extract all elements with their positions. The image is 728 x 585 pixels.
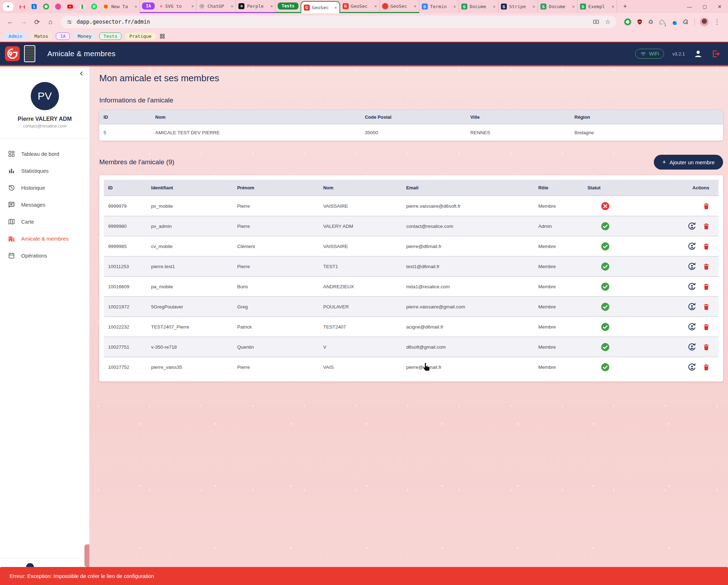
impersonate-button[interactable] xyxy=(688,242,696,250)
url-text[interactable]: dapp.geosector.fr/admin xyxy=(77,19,588,25)
impersonate-button[interactable] xyxy=(688,343,696,351)
pinned-tab-nature[interactable] xyxy=(40,0,52,13)
tab-close-icon[interactable]: ✕ xyxy=(533,4,535,9)
browser-tab-active[interactable]: GGeoSec✕ xyxy=(301,1,340,13)
close-window-button[interactable]: ✕ xyxy=(717,4,722,10)
browser-menu-icon[interactable]: ⋮ xyxy=(714,19,720,25)
address-bar[interactable]: dapp.geosector.fr/admin ☆ xyxy=(61,16,616,28)
browser-tab[interactable]: SStripe✕ xyxy=(498,0,538,13)
trash-button[interactable] xyxy=(703,223,710,230)
tab-group-label[interactable]: IA xyxy=(142,2,155,10)
trash-button[interactable] xyxy=(703,364,710,371)
reload-button[interactable]: ⟳ xyxy=(31,16,43,28)
trash-button[interactable] xyxy=(703,263,710,270)
home-extension-icon[interactable]: 1 xyxy=(659,19,665,25)
trash-button[interactable] xyxy=(703,243,710,250)
tab-close-icon[interactable]: ✕ xyxy=(454,4,456,9)
tab-close-icon[interactable]: ✕ xyxy=(612,4,614,9)
sidebar-item-history[interactable]: Historique xyxy=(0,179,89,196)
trash-button[interactable] xyxy=(703,323,710,331)
tab-close-icon[interactable]: ✕ xyxy=(271,4,273,8)
trash-button[interactable] xyxy=(703,343,710,351)
forward-button[interactable]: → xyxy=(18,16,30,28)
bookmark-pratique[interactable]: Pratique xyxy=(125,32,156,40)
sidebar-item-dashboard[interactable]: Tableau de bord xyxy=(0,145,89,162)
bookmark-money[interactable]: Money xyxy=(73,32,96,40)
sidebar-item-stats[interactable]: Statistiques xyxy=(0,162,89,179)
tab-close-icon[interactable]: ✕ xyxy=(191,4,194,8)
tab-close-icon[interactable]: ✕ xyxy=(335,5,337,10)
bookmark-matos[interactable]: Matos xyxy=(30,32,52,40)
browser-tab[interactable]: ChatGP✕ xyxy=(196,0,236,13)
tab-close-icon[interactable]: ✕ xyxy=(374,4,377,8)
logout-icon[interactable] xyxy=(711,49,720,58)
member-role: Membre xyxy=(534,297,583,317)
member-prenom: Clément xyxy=(233,236,319,256)
sidebar-collapse-button[interactable] xyxy=(79,71,84,76)
site-settings-icon[interactable] xyxy=(66,19,72,25)
maximize-button[interactable]: ▢ xyxy=(703,4,707,9)
trash-button[interactable] xyxy=(703,303,710,311)
home-button[interactable]: ⌂ xyxy=(45,16,57,28)
sidebar-item-messages[interactable]: Messages xyxy=(0,196,89,213)
picker-extension-icon[interactable] xyxy=(670,19,677,25)
impersonate-button[interactable] xyxy=(688,363,696,371)
new-tab-button[interactable]: + xyxy=(620,1,631,12)
adblock-extension-icon[interactable] xyxy=(624,18,631,25)
bookmark-ia[interactable]: IA xyxy=(56,32,70,40)
impersonate-button[interactable] xyxy=(688,222,696,230)
tab-group-label[interactable]: Tests xyxy=(278,2,298,10)
recycle-extension-icon[interactable]: ♻ xyxy=(648,19,653,25)
add-member-button[interactable]: + Ajouter un membre xyxy=(654,155,723,170)
member-prenom: Pierre xyxy=(233,196,319,216)
trash-button[interactable] xyxy=(703,202,710,210)
tab-close-icon[interactable]: ✕ xyxy=(572,4,575,9)
trash-button[interactable] xyxy=(703,283,710,290)
bookmark-star-icon[interactable]: ☆ xyxy=(605,19,611,25)
browser-profile-avatar[interactable] xyxy=(700,18,709,26)
screenshot-thumbnail[interactable] xyxy=(24,45,35,62)
tab-search-button[interactable]: ▾ xyxy=(3,2,13,11)
impersonate-button[interactable] xyxy=(688,262,696,271)
minimize-button[interactable]: — xyxy=(687,4,692,10)
browser-tab[interactable]: GGeoSec✕ xyxy=(340,0,380,13)
user-name: Pierre VALERY ADM xyxy=(0,116,89,122)
tab-close-icon[interactable]: ✕ xyxy=(414,4,416,8)
shield-extension-icon[interactable] xyxy=(637,19,643,25)
browser-tab[interactable]: STermin✕ xyxy=(419,0,459,13)
tab-close-icon[interactable]: ✕ xyxy=(493,4,496,9)
impersonate-button[interactable] xyxy=(688,302,696,311)
tab-close-icon[interactable]: ✕ xyxy=(231,4,233,8)
browser-tab[interactable]: SExempl✕ xyxy=(578,0,617,13)
bookmark-tests[interactable]: Tests xyxy=(99,32,122,40)
user-account-icon[interactable] xyxy=(693,49,703,59)
impersonate-button[interactable] xyxy=(688,323,696,331)
browser-tab[interactable]: New Ta✕ xyxy=(100,0,140,13)
pinned-tab-calendar[interactable]: 1 xyxy=(28,0,40,13)
pinned-tab-gmail[interactable] xyxy=(16,0,28,13)
pinned-tab-maps[interactable] xyxy=(76,0,88,13)
tab-close-icon[interactable]: ✕ xyxy=(135,4,137,9)
sidebar-item-label: Statistiques xyxy=(21,168,49,174)
pinned-tab-whatsapp[interactable]: ✆ xyxy=(88,0,100,13)
extensions-puzzle-icon[interactable] xyxy=(682,19,689,25)
browser-tab[interactable]: SDocume✕ xyxy=(459,0,498,13)
status-active-icon xyxy=(601,222,610,231)
sidebar-scrollbar[interactable] xyxy=(84,544,89,567)
impersonate-button[interactable] xyxy=(688,282,696,291)
sidebar-item-label: Historique xyxy=(21,185,45,191)
browser-tab[interactable]: SDocume✕ xyxy=(538,0,578,13)
sidebar-item-map[interactable]: Carte xyxy=(0,213,89,230)
back-button[interactable]: ← xyxy=(4,16,16,28)
browser-tab[interactable]: GeoSec✕ xyxy=(380,0,419,13)
browser-tab[interactable]: ✳SVG to✕ xyxy=(157,0,196,13)
sidebar-item-building[interactable]: Amicale & membres xyxy=(0,230,89,247)
sidebar-item-calendar[interactable]: Opérations xyxy=(0,247,89,264)
install-app-icon[interactable] xyxy=(593,19,599,25)
pinned-tab-design[interactable] xyxy=(52,0,64,13)
bookmark-admin[interactable]: Admin xyxy=(4,32,26,40)
apps-grid-icon[interactable] xyxy=(159,33,165,39)
sidebar-bottom-button[interactable] xyxy=(26,563,34,567)
pinned-tab-youtube[interactable] xyxy=(64,0,76,13)
browser-tab[interactable]: ✳Perple✕ xyxy=(236,0,276,13)
